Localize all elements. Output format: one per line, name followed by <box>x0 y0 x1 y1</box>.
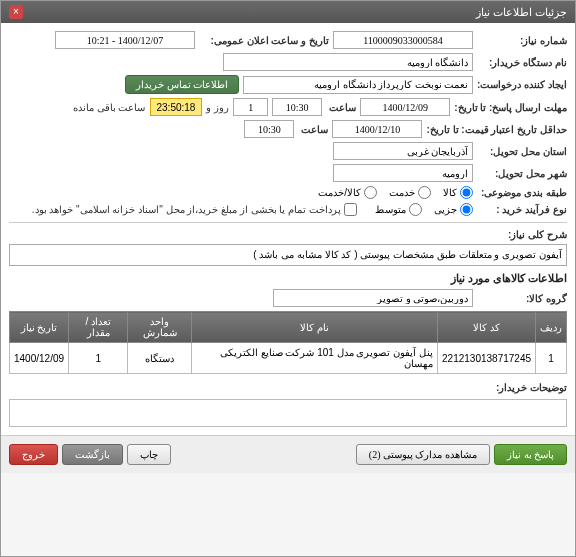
cell-unit: دستگاه <box>128 343 192 374</box>
cell-name: پنل آیفون تصویری مدل 101 شرکت صنایع الکت… <box>192 343 438 374</box>
deadline-date-field <box>360 98 450 116</box>
treasury-checkbox[interactable]: پرداخت تمام یا بخشی از مبلغ خرید،از محل … <box>32 203 357 216</box>
deadline-hour-field <box>272 98 322 116</box>
radio-kala[interactable]: کالا <box>443 186 473 199</box>
radio-both-input[interactable] <box>364 186 377 199</box>
attachments-button[interactable]: مشاهده مدارک پیوستی (2) <box>356 444 490 465</box>
radio-partial[interactable]: جزیی <box>434 203 473 216</box>
radio-service[interactable]: خدمت <box>389 186 431 199</box>
radio-medium[interactable]: متوسط <box>375 203 422 216</box>
subject-class-label: طبقه بندی موضوعی: <box>477 187 567 198</box>
radio-both[interactable]: کالا/خدمت <box>318 186 377 199</box>
treasury-checkbox-input[interactable] <box>344 203 357 216</box>
buyer-notes-box <box>9 399 567 427</box>
close-icon[interactable]: × <box>9 5 23 19</box>
cell-date: 1400/12/09 <box>10 343 69 374</box>
exit-button[interactable]: خروج <box>9 444 58 465</box>
requester-field <box>243 76 473 94</box>
description-box: آیفون تصویری و متعلقات طبق مشخصات پیوستی… <box>9 244 567 266</box>
validity-hour-field <box>244 120 294 138</box>
radio-medium-input[interactable] <box>409 203 422 216</box>
window-title: جزئیات اطلاعات نیاز <box>476 6 567 19</box>
days-remain-field <box>233 98 268 116</box>
group-field <box>273 289 473 307</box>
city-field <box>333 164 473 182</box>
return-button[interactable]: بازگشت <box>62 444 123 465</box>
group-label: گروه کالا: <box>477 293 567 304</box>
content-area: شماره نیاز: تاریخ و ساعت اعلان عمومی: نا… <box>1 23 575 435</box>
radio-partial-input[interactable] <box>460 203 473 216</box>
buyer-label: نام دستگاه خریدار: <box>477 57 567 68</box>
hour-label-2: ساعت <box>298 124 328 135</box>
hour-label-1: ساعت <box>326 102 356 113</box>
buyer-notes-label: توضیحات خریدار: <box>477 382 567 393</box>
need-no-label: شماره نیاز: <box>477 35 567 46</box>
contact-buyer-button[interactable]: اطلاعات تماس خریدار <box>125 75 239 94</box>
radio-service-input[interactable] <box>418 186 431 199</box>
th-row: ردیف <box>536 312 567 343</box>
titlebar: جزئیات اطلاعات نیاز × <box>1 1 575 23</box>
table-row[interactable]: 1 2212130138717245 پنل آیفون تصویری مدل … <box>10 343 567 374</box>
time-remaining-badge: 23:50:18 <box>150 98 203 116</box>
validity-date-field <box>332 120 422 138</box>
th-date: تاریخ نیاز <box>10 312 69 343</box>
items-table: ردیف کد کالا نام کالا واحد شمارش تعداد /… <box>9 311 567 374</box>
radio-kala-input[interactable] <box>460 186 473 199</box>
buyer-field <box>223 53 473 71</box>
table-header-row: ردیف کد کالا نام کالا واحد شمارش تعداد /… <box>10 312 567 343</box>
subject-class-radio-group: کالا خدمت کالا/خدمت <box>318 186 473 199</box>
th-unit: واحد شمارش <box>128 312 192 343</box>
pub-date-label: تاریخ و ساعت اعلان عمومی: <box>199 35 329 46</box>
print-button[interactable]: چاپ <box>127 444 171 465</box>
desc-label: شرح کلی نیاز: <box>477 229 567 240</box>
th-code: کد کالا <box>438 312 536 343</box>
city-label: شهر محل تحویل: <box>477 168 567 179</box>
validity-label: حداقل تاریخ اعتبار قیمت: تا تاریخ: <box>426 124 567 135</box>
province-field <box>333 142 473 160</box>
th-name: نام کالا <box>192 312 438 343</box>
bottom-bar: خروج بازگشت چاپ مشاهده مدارک پیوستی (2) … <box>1 435 575 473</box>
cell-row: 1 <box>536 343 567 374</box>
cell-qty: 1 <box>69 343 128 374</box>
th-qty: تعداد / مقدار <box>69 312 128 343</box>
items-section-title: اطلاعات کالاهای مورد نیاز <box>9 272 567 285</box>
respond-button[interactable]: پاسخ به نیاز <box>494 444 567 465</box>
day-and-label: روز و <box>206 102 229 113</box>
need-no-field <box>333 31 473 49</box>
divider <box>9 222 567 223</box>
dialog-window: جزئیات اطلاعات نیاز × شماره نیاز: تاریخ … <box>0 0 576 557</box>
requester-label: ایجاد کننده درخواست: <box>477 79 567 90</box>
pub-date-field <box>55 31 195 49</box>
province-label: استان محل تحویل: <box>477 146 567 157</box>
process-label: نوع فرآیند خرید : <box>477 204 567 215</box>
remain-text: ساعت باقی مانده <box>73 102 146 113</box>
cell-code: 2212130138717245 <box>438 343 536 374</box>
process-radio-group: جزیی متوسط <box>375 203 473 216</box>
deadline-label: مهلت ارسال پاسخ: تا تاریخ: <box>454 102 567 113</box>
